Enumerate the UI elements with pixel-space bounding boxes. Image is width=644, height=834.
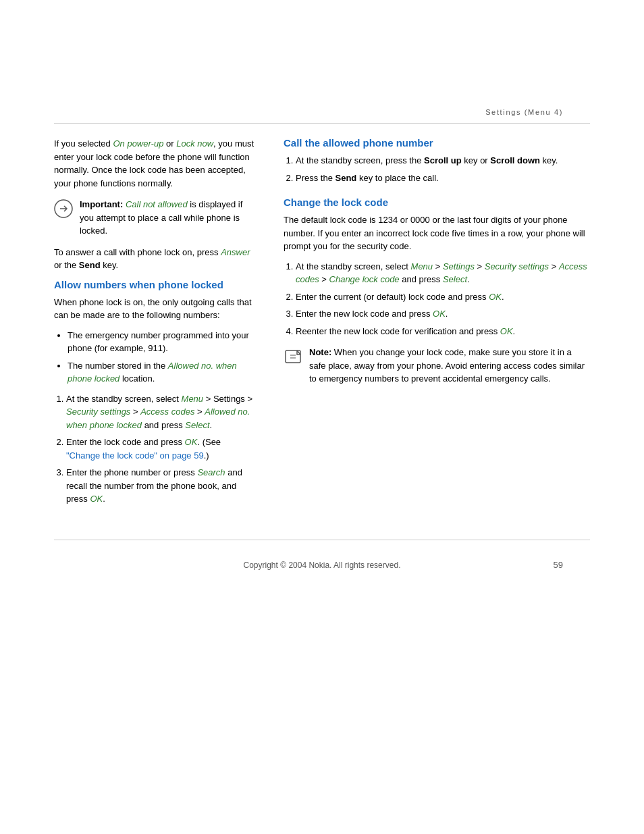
- call-not-allowed: Call not allowed: [126, 199, 188, 209]
- allow-numbers-intro: When phone lock is on, the only outgoing…: [54, 296, 257, 322]
- important-box: Important: Call not allowed is displayed…: [54, 198, 257, 238]
- step-1: At the standby screen, select Menu > Set…: [66, 392, 257, 432]
- page-number: 59: [554, 560, 563, 570]
- scroll-down-key: Scroll down: [490, 155, 540, 165]
- note-label: Note:: [309, 347, 331, 357]
- step-2: Enter the lock code and press OK. (See "…: [66, 436, 257, 462]
- allow-numbers-heading: Allow numbers when phone locked: [54, 279, 257, 290]
- answer-link: Answer: [221, 247, 250, 257]
- change-lock-steps: At the standby screen, select Menu > Set…: [284, 260, 590, 338]
- copyright-text: Copyright © 2004 Nokia. All rights reser…: [244, 561, 401, 570]
- note-text-content: Note: When you change your lock code, ma…: [309, 346, 590, 386]
- lock-now-link: Lock now: [176, 138, 213, 149]
- send-key: Send: [79, 260, 101, 270]
- change-step-3: Enter the new lock code and press OK.: [296, 307, 590, 321]
- ok-link-4: OK: [433, 309, 446, 319]
- header-divider: [54, 123, 590, 124]
- settings-link-2: Settings: [443, 261, 475, 271]
- header-text: Settings (Menu 4): [485, 108, 563, 116]
- scroll-up-key: Scroll up: [424, 155, 462, 165]
- important-label: Important:: [80, 199, 123, 209]
- ok-link-3: OK: [489, 292, 502, 302]
- note-box: Note: When you change your lock code, ma…: [284, 346, 590, 386]
- note-icon: [284, 347, 302, 366]
- bullet-allowed-no: The number stored in the Allowed no. whe…: [68, 359, 257, 386]
- call-step-1: At the standby screen, press the Scroll …: [296, 154, 590, 167]
- change-lock-link: Change lock code: [329, 274, 400, 284]
- answer-paragraph: To answer a call with phone lock on, pre…: [54, 246, 257, 272]
- important-icon: [54, 199, 73, 218]
- page: Settings (Menu 4) If you selected On pow…: [0, 0, 644, 834]
- intro-paragraph: If you selected On power-up or Lock now,…: [54, 137, 257, 190]
- change-lock-code-heading: Change the lock code: [284, 197, 590, 208]
- page-header: Settings (Menu 4): [0, 0, 644, 123]
- note-body: When you change your lock code, make sur…: [309, 347, 585, 384]
- menu-link-2: Menu: [411, 261, 433, 271]
- step-3: Enter the phone number or press Search a…: [66, 466, 257, 506]
- change-lock-code-ref: "Change the lock code" on page 59: [66, 450, 204, 461]
- access-codes-link-1: Access codes: [140, 407, 194, 417]
- change-lock-intro: The default lock code is 1234 or 0000 or…: [284, 213, 590, 253]
- page-footer: Copyright © 2004 Nokia. All rights reser…: [0, 547, 644, 590]
- select-link-1: Select: [185, 420, 209, 430]
- left-column: If you selected On power-up or Lock now,…: [54, 137, 257, 513]
- on-power-up-link: On power-up: [113, 138, 163, 149]
- allowed-no-link: Allowed no. when phone locked: [68, 361, 237, 384]
- change-step-2: Enter the current (or default) lock code…: [296, 290, 590, 304]
- security-settings-link-1: Security settings: [66, 407, 130, 417]
- change-step-1: At the standby screen, select Menu > Set…: [296, 260, 590, 286]
- footer-divider: [54, 540, 590, 540]
- ok-link-5: OK: [500, 326, 513, 336]
- important-text: Important: Call not allowed is displayed…: [80, 198, 257, 238]
- call-allowed-steps: At the standby screen, press the Scroll …: [284, 154, 590, 184]
- change-step-4: Reenter the new lock code for verificati…: [296, 325, 590, 338]
- call-allowed-heading: Call the allowed phone number: [284, 137, 590, 149]
- bullet-emergency: The emergency number programmed into you…: [68, 329, 257, 355]
- allow-numbers-steps: At the standby screen, select Menu > Set…: [54, 392, 257, 506]
- send-key-2: Send: [336, 173, 357, 183]
- select-link-2: Select: [443, 274, 467, 284]
- right-column: Call the allowed phone number At the sta…: [284, 137, 590, 513]
- security-settings-link-2: Security settings: [485, 261, 549, 271]
- content-area: If you selected On power-up or Lock now,…: [0, 130, 644, 540]
- menu-link-1: Menu: [182, 394, 204, 404]
- allowed-numbers-list: The emergency number programmed into you…: [54, 329, 257, 386]
- ok-link-1: OK: [185, 437, 198, 447]
- search-link: Search: [197, 467, 225, 477]
- call-step-2: Press the Send key to place the call.: [296, 172, 590, 185]
- ok-link-2: OK: [90, 494, 103, 504]
